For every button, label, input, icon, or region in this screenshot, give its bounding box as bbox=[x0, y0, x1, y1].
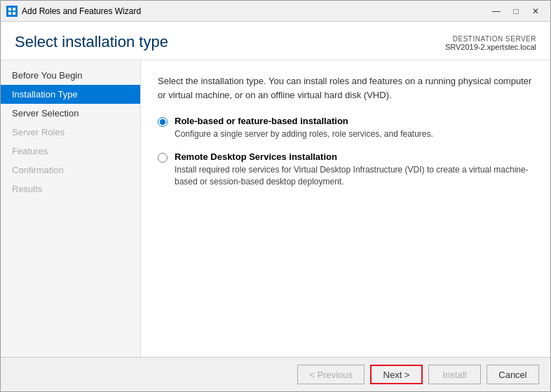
svg-rect-0 bbox=[8, 8, 11, 11]
option-remote-desktop: Remote Desktop Services installation Ins… bbox=[158, 151, 533, 188]
sidebar-item-server-roles: Server Roles bbox=[1, 123, 140, 142]
maximize-button[interactable]: □ bbox=[507, 4, 525, 18]
installation-options: Role-based or feature-based installation… bbox=[158, 116, 533, 187]
window-title: Add Roles and Features Wizard bbox=[22, 6, 487, 16]
app-icon bbox=[6, 6, 18, 17]
cancel-button[interactable]: Cancel bbox=[487, 365, 539, 384]
sidebar-item-results: Results bbox=[1, 180, 140, 198]
minimize-button[interactable]: — bbox=[487, 4, 505, 18]
sidebar-item-before-you-begin[interactable]: Before You Begin bbox=[1, 66, 140, 85]
sidebar-item-features: Features bbox=[1, 142, 140, 161]
wizard-header: Select installation type DESTINATION SER… bbox=[1, 22, 550, 60]
option-role-based-label[interactable]: Role-based or feature-based installation bbox=[175, 116, 348, 126]
option-role-based-content: Role-based or feature-based installation… bbox=[175, 116, 433, 140]
title-bar: Add Roles and Features Wizard — □ ✕ bbox=[1, 1, 550, 22]
sidebar-item-installation-type[interactable]: Installation Type bbox=[1, 85, 140, 104]
window-controls: — □ ✕ bbox=[487, 4, 545, 18]
option-remote-desktop-content: Remote Desktop Services installation Ins… bbox=[175, 151, 533, 188]
description-text: Select the installation type. You can in… bbox=[158, 74, 533, 102]
wizard-window: Add Roles and Features Wizard — □ ✕ Sele… bbox=[0, 0, 551, 392]
destination-server-info: DESTINATION SERVER SRV2019-2.xpertstec.l… bbox=[445, 35, 536, 51]
option-role-based: Role-based or feature-based installation… bbox=[158, 116, 533, 140]
close-button[interactable]: ✕ bbox=[526, 4, 545, 18]
next-button[interactable]: Next > bbox=[370, 365, 423, 384]
content-area: Before You Begin Installation Type Serve… bbox=[1, 60, 550, 357]
svg-rect-1 bbox=[13, 8, 15, 11]
svg-rect-3 bbox=[13, 12, 15, 15]
radio-role-based[interactable] bbox=[158, 117, 168, 127]
main-content: Select the installation type. You can in… bbox=[141, 60, 550, 357]
svg-rect-2 bbox=[8, 12, 11, 15]
sidebar-item-confirmation: Confirmation bbox=[1, 161, 140, 180]
radio-remote-desktop[interactable] bbox=[158, 153, 168, 163]
option-role-based-desc: Configure a single server by adding role… bbox=[175, 128, 433, 140]
page-title: Select installation type bbox=[15, 33, 168, 51]
wizard-footer: < Previous Next > Install Cancel bbox=[1, 357, 550, 391]
install-button[interactable]: Install bbox=[428, 365, 481, 384]
sidebar-item-server-selection[interactable]: Server Selection bbox=[1, 104, 140, 123]
destination-server-name: SRV2019-2.xpertstec.local bbox=[445, 43, 536, 51]
destination-label: DESTINATION SERVER bbox=[445, 35, 536, 43]
option-remote-desktop-label[interactable]: Remote Desktop Services installation bbox=[175, 151, 337, 162]
option-remote-desktop-desc: Install required role services for Virtu… bbox=[175, 164, 533, 188]
sidebar: Before You Begin Installation Type Serve… bbox=[1, 60, 141, 357]
previous-button[interactable]: < Previous bbox=[297, 365, 365, 384]
